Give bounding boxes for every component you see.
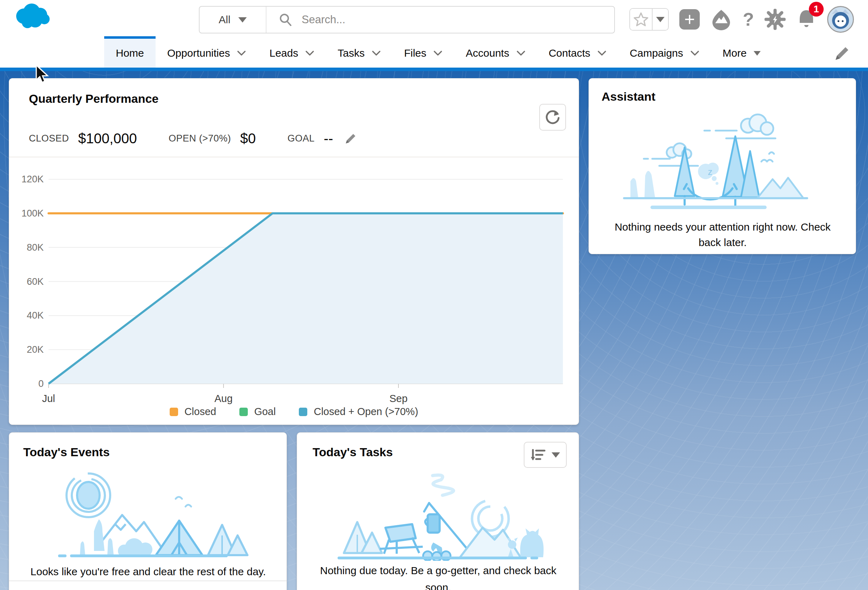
legend-item: Goal <box>239 406 276 417</box>
legend-swatch <box>299 408 307 416</box>
todays-tasks-card: Today's Tasks <box>297 432 579 590</box>
events-empty-message: Looks like you're free and clear the res… <box>16 566 280 578</box>
gear-icon <box>765 9 785 30</box>
trailhead-button[interactable] <box>710 9 732 30</box>
search-scope-dropdown[interactable]: All <box>199 7 266 33</box>
svg-text:20K: 20K <box>27 344 44 355</box>
chevron-down-icon <box>372 50 381 56</box>
favorites-group <box>629 8 669 31</box>
svg-text:Jul: Jul <box>42 393 55 404</box>
quarterly-performance-card: Quarterly Performance CLOSED$100,000OPEN… <box>9 78 579 425</box>
chart-legend: ClosedGoalClosed + Open (>70%) <box>9 406 579 417</box>
chevron-down-icon <box>656 17 664 22</box>
stat-goal: GOAL-- <box>288 131 357 146</box>
legend-swatch <box>239 408 248 416</box>
svg-text:0: 0 <box>38 379 44 389</box>
legend-item: Closed <box>170 406 216 417</box>
favorite-star-button[interactable] <box>630 9 652 30</box>
nav-tab-more[interactable]: More <box>711 39 772 68</box>
edit-nav-button[interactable] <box>834 45 850 64</box>
header-actions: + ? 1 <box>629 0 854 39</box>
chevron-down-icon <box>433 50 443 56</box>
card-title: Assistant <box>602 90 655 104</box>
user-avatar[interactable] <box>827 6 854 33</box>
global-header: All + <box>0 0 868 39</box>
legend-item: Closed + Open (>70%) <box>299 406 418 417</box>
chevron-down-icon <box>517 50 526 56</box>
notification-badge: 1 <box>809 2 824 16</box>
performance-chart: 020K40K60K80K100K120KJulAugSep <box>9 163 579 410</box>
svg-text:Aug: Aug <box>214 393 233 404</box>
stat-closed: CLOSED$100,000 <box>29 131 137 146</box>
triangle-down-icon <box>754 51 761 56</box>
todays-events-card: Today's Events <box>9 432 287 590</box>
chevron-down-icon <box>237 50 246 56</box>
sort-icon <box>530 448 546 462</box>
star-icon <box>633 12 648 27</box>
search-scope-label: All <box>218 14 230 26</box>
notifications-button[interactable]: 1 <box>796 8 816 31</box>
chevron-down-icon <box>597 50 607 56</box>
app-navigation: Sales HomeOpportunitiesLeadsTasksFilesAc… <box>0 39 868 68</box>
card-title: Today's Events <box>23 445 110 459</box>
chevron-down-icon <box>238 17 247 22</box>
svg-text:80K: 80K <box>27 242 44 253</box>
svg-text:120K: 120K <box>21 174 44 185</box>
svg-text:40K: 40K <box>27 310 44 321</box>
salesforce-logo[interactable] <box>12 2 53 33</box>
search-input[interactable] <box>302 13 583 26</box>
global-search: All <box>199 6 615 34</box>
search-icon <box>278 13 292 27</box>
chevron-down-icon <box>552 452 560 458</box>
svg-text:100K: 100K <box>21 208 44 219</box>
refresh-icon <box>545 109 560 125</box>
assistant-card: Assistant z <box>589 78 856 254</box>
nav-tab-contacts[interactable]: Contacts <box>537 39 618 68</box>
legend-swatch <box>170 408 178 416</box>
refresh-button[interactable] <box>539 104 566 131</box>
favorites-menu-button[interactable] <box>652 9 668 30</box>
brand-strip <box>0 68 868 71</box>
camping-day-illustration <box>32 465 264 563</box>
nav-tab-home[interactable]: Home <box>104 39 156 68</box>
nav-tab-opportunities[interactable]: Opportunities <box>156 39 258 68</box>
pencil-icon <box>834 45 850 62</box>
nav-tabs: HomeOpportunitiesLeadsTasksFilesAccounts… <box>104 39 772 68</box>
divider <box>9 581 286 581</box>
card-title: Quarterly Performance <box>29 92 159 106</box>
campfire-illustration <box>323 469 552 561</box>
assistant-empty-message: Nothing needs your attention right now. … <box>603 219 842 250</box>
svg-text:z: z <box>708 167 712 177</box>
stat-open-: OPEN (>70%)$0 <box>168 131 256 146</box>
task-sort-button[interactable] <box>524 442 567 468</box>
nav-tab-tasks[interactable]: Tasks <box>326 39 393 68</box>
nav-tab-campaigns[interactable]: Campaigns <box>618 39 711 68</box>
svg-text:Sep: Sep <box>389 393 407 404</box>
svg-text:60K: 60K <box>27 277 44 287</box>
global-create-button[interactable]: + <box>679 9 700 30</box>
hammock-illustration: z <box>610 109 835 214</box>
setup-button[interactable] <box>765 9 785 30</box>
tasks-empty-message: Nothing due today. Be a go-getter, and c… <box>315 562 561 590</box>
card-title: Today's Tasks <box>313 445 393 459</box>
divider <box>9 157 579 157</box>
chevron-down-icon <box>690 50 700 56</box>
chevron-down-icon <box>305 50 314 56</box>
nav-tab-leads[interactable]: Leads <box>258 39 326 68</box>
nav-tab-files[interactable]: Files <box>393 39 454 68</box>
help-button[interactable]: ? <box>743 9 754 30</box>
nav-tab-accounts[interactable]: Accounts <box>454 39 537 68</box>
performance-stats: CLOSED$100,000OPEN (>70%)$0GOAL-- <box>29 131 357 146</box>
trailhead-icon <box>710 9 732 30</box>
edit-goal-pencil-icon[interactable] <box>344 132 357 145</box>
